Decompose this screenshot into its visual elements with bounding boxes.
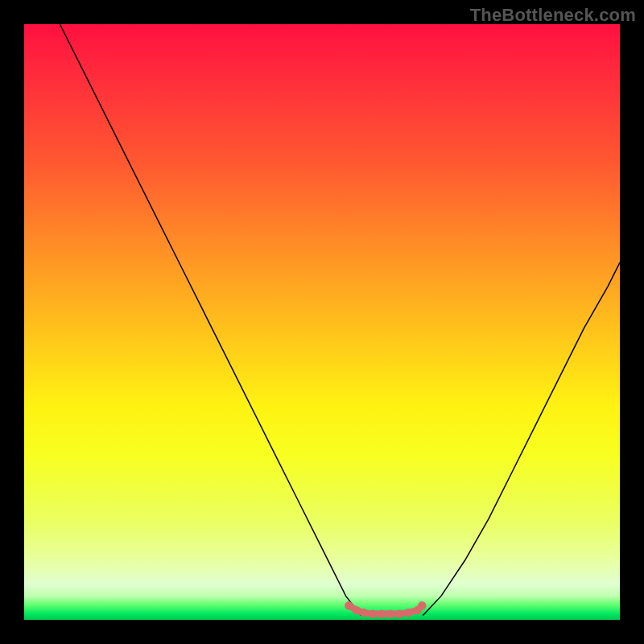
marker-dot <box>386 609 394 617</box>
marker-dot <box>360 609 368 617</box>
chart-svg <box>24 24 620 620</box>
marker-dot <box>395 609 403 617</box>
marker-dot <box>404 609 412 617</box>
watermark-text: TheBottleneck.com <box>470 5 636 26</box>
plot-area <box>24 24 620 620</box>
marker-dot <box>345 601 353 609</box>
marker-dot <box>418 601 426 609</box>
marker-dot <box>353 606 361 614</box>
chart-frame: TheBottleneck.com <box>0 0 644 644</box>
curve-right <box>423 262 620 615</box>
marker-dot <box>378 609 386 617</box>
marker-dot <box>369 609 377 617</box>
curve-left <box>60 24 361 615</box>
